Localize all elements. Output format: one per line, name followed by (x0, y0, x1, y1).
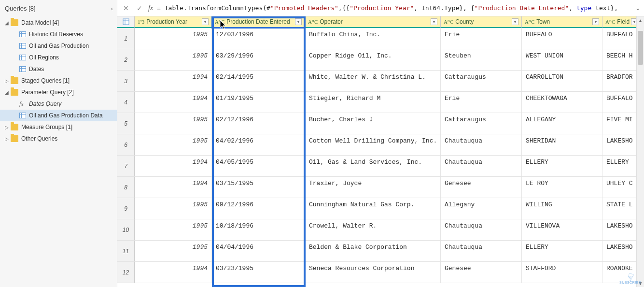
column-filter-dropdown[interactable]: ▾ (295, 18, 302, 25)
tree-item[interactable]: Oil and Gas Production Data (0, 110, 117, 121)
tree-group[interactable]: ◢Parameter Query [2] (0, 86, 117, 98)
column-filter-dropdown[interactable]: ▾ (512, 18, 518, 25)
cell-field[interactable]: BUFFALO (602, 28, 641, 49)
cell-town[interactable]: ALLEGANY (522, 113, 602, 134)
cell-op[interactable]: Seneca Resources Corporation (305, 262, 441, 283)
formula-text[interactable]: = Table.TransformColumnTypes(#"Promoted … (157, 4, 631, 12)
row-number[interactable]: 3 (117, 71, 135, 91)
table-row[interactable]: 9199509/12/1996Cunningham Natural Gas Co… (117, 198, 644, 219)
row-number[interactable]: 6 (117, 134, 135, 155)
column-header-cty[interactable]: AᴮCCounty▾ (441, 16, 522, 28)
fx-icon[interactable]: fx (148, 4, 153, 12)
table-row[interactable]: 12199403/23/1995Seneca Resources Corpora… (117, 262, 644, 283)
caret-right-icon[interactable]: ▷ (5, 78, 11, 84)
cell-year[interactable]: 1995 (135, 198, 212, 219)
cell-date[interactable]: 01/19/1995 (212, 92, 305, 113)
cell-cty[interactable]: Chautauqua (441, 219, 522, 240)
cell-field[interactable]: BEECH H (602, 49, 641, 70)
column-filter-dropdown[interactable]: ▾ (431, 18, 437, 25)
cell-cty[interactable]: Chautauqua (441, 156, 522, 176)
cell-op[interactable]: Buffalo China, Inc. (305, 28, 441, 49)
cell-op[interactable]: Belden & Blake Corporation (305, 241, 441, 261)
cell-op[interactable]: Cotton Well Drilling Company, Inc. (305, 134, 441, 155)
tree-group[interactable]: ◢Data Model [4] (0, 17, 117, 29)
cell-year[interactable]: 1995 (135, 49, 212, 70)
cell-op[interactable]: Crowell, Walter R. (305, 219, 441, 240)
cell-year[interactable]: 1995 (135, 134, 212, 155)
cell-field[interactable]: FIVE MI (602, 113, 641, 134)
text-type-icon[interactable]: AᴮC (525, 19, 534, 25)
table-row[interactable]: 11199504/04/1996Belden & Blake Corporati… (117, 241, 644, 262)
cell-field[interactable]: ELLERY (602, 156, 641, 176)
cell-year[interactable]: 1994 (135, 92, 212, 113)
row-number[interactable]: 9 (117, 198, 135, 219)
cell-date[interactable]: 03/23/1995 (212, 262, 305, 283)
cell-cty[interactable]: Cattaraugus (441, 71, 522, 91)
vertical-scrollbar[interactable]: ▲ ▼ (636, 16, 644, 287)
cell-date[interactable]: 04/02/1996 (212, 134, 305, 155)
row-number[interactable]: 4 (117, 92, 135, 113)
cell-town[interactable]: STAFFORD (522, 262, 602, 283)
cell-op[interactable]: Traxler, Joyce (305, 177, 441, 198)
tree-item[interactable]: Oil and Gas Production (0, 40, 117, 52)
cell-year[interactable]: 1995 (135, 219, 212, 240)
commit-formula-button[interactable]: ✓ (135, 3, 144, 13)
cell-cty[interactable]: Genesee (441, 262, 522, 283)
cell-op[interactable]: White, Walter W. & Christina L. (305, 71, 441, 91)
cell-town[interactable]: ELLERY (522, 241, 602, 261)
cell-cty[interactable]: Chautauqua (441, 241, 522, 261)
tree-group[interactable]: ▷Measure Groups [1] (0, 121, 117, 133)
row-number[interactable]: 12 (117, 262, 135, 283)
cell-town[interactable]: SHERIDAN (522, 134, 602, 155)
cell-op[interactable]: Copper Ridge Oil, Inc. (305, 49, 441, 70)
column-header-town[interactable]: AᴮCTown▾ (522, 16, 602, 28)
column-header-date[interactable]: AᴮCProduction Date Entered▾ (212, 16, 305, 28)
table-row[interactable]: 4199401/19/1995Stiegler, Richard MErieCH… (117, 92, 644, 113)
row-number[interactable]: 1 (117, 28, 135, 49)
cell-op[interactable]: Oil, Gas & Land Services, Inc. (305, 156, 441, 176)
cell-year[interactable]: 1994 (135, 156, 212, 176)
cell-cty[interactable]: Genesee (441, 177, 522, 198)
cancel-formula-button[interactable]: ✕ (121, 3, 131, 13)
row-number[interactable]: 7 (117, 156, 135, 176)
cell-cty[interactable]: Allegany (441, 198, 522, 219)
row-number[interactable]: 11 (117, 241, 135, 261)
cell-town[interactable]: CARROLLTON (522, 71, 602, 91)
caret-right-icon[interactable]: ▷ (5, 136, 11, 142)
table-row[interactable]: 6199504/02/1996Cotton Well Drilling Comp… (117, 134, 644, 156)
row-number[interactable]: 2 (117, 49, 135, 70)
table-row[interactable]: 1199512/03/1996Buffalo China, Inc.ErieBU… (117, 28, 644, 49)
tree-item[interactable]: fxDates Query (0, 98, 117, 110)
cell-date[interactable]: 10/18/1996 (212, 219, 305, 240)
table-row[interactable]: 2199503/29/1996Copper Ridge Oil, Inc.Ste… (117, 49, 644, 71)
cell-op[interactable]: Cunningham Natural Gas Corp. (305, 198, 441, 219)
cell-year[interactable]: 1994 (135, 262, 212, 283)
cell-town[interactable]: CHEEKTOWAGA (522, 92, 602, 113)
column-header-op[interactable]: AᴮCOperator▾ (305, 16, 441, 28)
cell-op[interactable]: Stiegler, Richard M (305, 92, 441, 113)
tree-item[interactable]: Historic Oil Reserves (0, 29, 117, 40)
caret-down-icon[interactable]: ◢ (5, 90, 11, 95)
cell-date[interactable]: 12/03/1996 (212, 28, 305, 49)
cell-date[interactable]: 03/29/1996 (212, 49, 305, 70)
cell-date[interactable]: 02/12/1996 (212, 113, 305, 134)
scroll-thumb[interactable] (638, 31, 643, 65)
cell-field[interactable]: LAKESHO (602, 134, 641, 155)
tree-item[interactable]: Dates (0, 63, 117, 75)
text-type-icon[interactable]: AᴮC (215, 19, 224, 25)
table-row[interactable]: 8199403/15/1995Traxler, JoyceGeneseeLE R… (117, 177, 644, 198)
collapse-pane-icon[interactable]: ‹ (111, 5, 113, 12)
cell-town[interactable]: LE ROY (522, 177, 602, 198)
cell-date[interactable]: 03/15/1995 (212, 177, 305, 198)
cell-date[interactable]: 04/04/1996 (212, 241, 305, 261)
text-type-icon[interactable]: AᴮC (444, 19, 453, 25)
cell-year[interactable]: 1995 (135, 28, 212, 49)
cell-field[interactable]: UHLEY C (602, 177, 641, 198)
column-filter-dropdown[interactable]: ▾ (202, 18, 209, 25)
cell-year[interactable]: 1995 (135, 113, 212, 134)
cell-town[interactable]: WILLING (522, 198, 602, 219)
cell-field[interactable]: BRADFOR (602, 71, 641, 91)
column-header-field[interactable]: AᴮCField▾ (602, 16, 641, 28)
row-number[interactable]: 5 (117, 113, 135, 134)
select-all-corner[interactable] (117, 16, 135, 28)
